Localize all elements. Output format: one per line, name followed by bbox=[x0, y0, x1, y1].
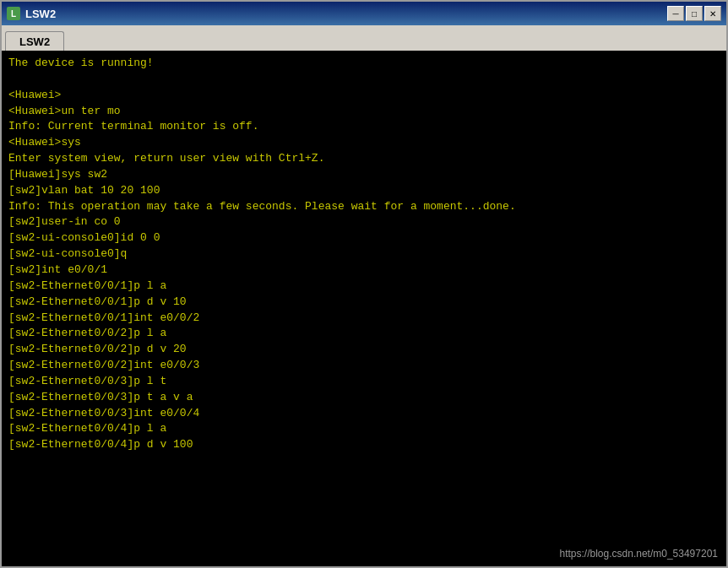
terminal-output: The device is running! <Huawei> <Huawei>… bbox=[8, 56, 720, 453]
window-title: LSW2 bbox=[25, 8, 56, 20]
app-icon: L bbox=[7, 7, 20, 20]
watermark: https://blog.csdn.net/m0_53497201 bbox=[560, 548, 718, 560]
title-bar: L LSW2 ─ □ ✕ bbox=[2, 2, 726, 25]
restore-button[interactable]: □ bbox=[686, 6, 703, 21]
terminal-container[interactable]: The device is running! <Huawei> <Huawei>… bbox=[2, 51, 726, 566]
window-frame: L LSW2 ─ □ ✕ LSW2 The device is running!… bbox=[0, 0, 728, 568]
tab-lsw2[interactable]: LSW2 bbox=[5, 31, 64, 51]
close-button[interactable]: ✕ bbox=[704, 6, 721, 21]
minimize-button[interactable]: ─ bbox=[667, 6, 684, 21]
title-bar-controls: ─ □ ✕ bbox=[667, 6, 721, 21]
tab-bar: LSW2 bbox=[2, 25, 726, 51]
title-bar-left: L LSW2 bbox=[7, 7, 56, 20]
